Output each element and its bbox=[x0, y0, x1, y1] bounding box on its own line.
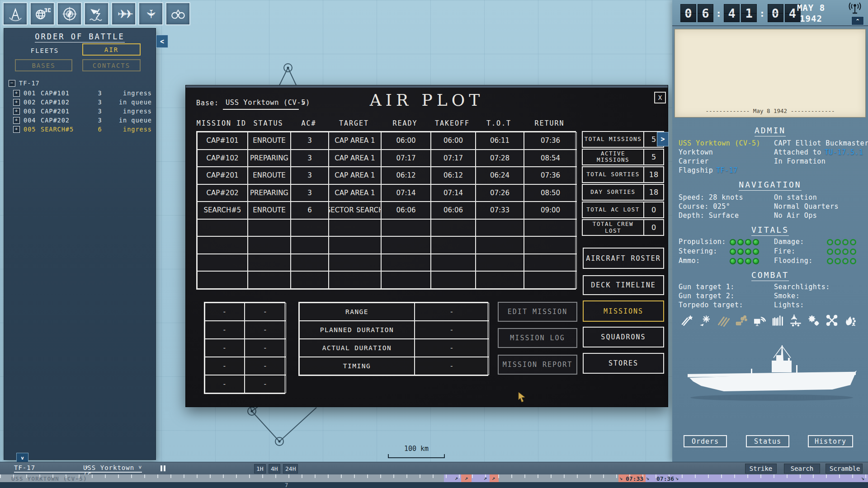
damage-pips bbox=[827, 238, 856, 246]
oob-mission-row[interactable]: + 003 CAP#201 3 ingress bbox=[13, 107, 152, 115]
landing-mark-icon: ↘ bbox=[675, 475, 679, 481]
timescale-1h-button[interactable]: 1H bbox=[254, 464, 266, 474]
close-button[interactable]: X bbox=[654, 92, 666, 103]
timeline-hour-bar: 7 bbox=[0, 482, 868, 488]
aircraft-profiles-button[interactable]: ✈ bbox=[138, 2, 163, 25]
tab-air[interactable]: AIR bbox=[82, 43, 141, 56]
edit-mission-button[interactable]: EDIT MISSION bbox=[498, 302, 577, 322]
takeoff-mark-icon: ↗ bbox=[492, 475, 495, 481]
message-paper[interactable]: ------------- May 8 1942 ------------- bbox=[675, 29, 866, 117]
ship-name[interactable]: USS Yorktown (CV-5) bbox=[679, 139, 760, 147]
orders-button[interactable]: Orders bbox=[684, 435, 727, 447]
pause-button[interactable] bbox=[160, 465, 165, 471]
expand-node-icon[interactable]: + bbox=[13, 126, 20, 133]
globe-3d-button[interactable]: 3D bbox=[30, 2, 55, 25]
expand-node-icon[interactable]: + bbox=[13, 90, 20, 97]
mission-totals: TOTAL MISSIONS 5 ACTIVE MISSIONS 5 TOTAL… bbox=[582, 131, 664, 237]
total-crew-lost: TOTAL CREW LOST 0 bbox=[582, 219, 664, 236]
oob-mission-row[interactable]: + 001 CAP#101 3 ingress bbox=[13, 89, 152, 97]
deck-timeline-strip[interactable]: USS YORKTOWN (CV-5) ↗ ↗ ↗ ↗ ↘ 07:33 ↘ 07… bbox=[0, 474, 868, 482]
attached-row: Attached toTU-17.5.1 bbox=[774, 148, 863, 156]
radar-scope-icon bbox=[61, 6, 78, 22]
gun-target-2: Gun target 2: bbox=[679, 292, 735, 300]
tab-bases[interactable]: BASES bbox=[15, 59, 72, 71]
recovery-time-1: 07:33 bbox=[626, 475, 643, 482]
radio-signal-icon[interactable] bbox=[848, 2, 862, 15]
history-button[interactable]: History bbox=[808, 435, 853, 447]
speed-value: Speed: 28 knots bbox=[679, 193, 743, 202]
squadrons-button[interactable]: SQUADRONS bbox=[583, 327, 664, 347]
oob-group-row[interactable]: − TF-17 bbox=[9, 79, 152, 87]
base-select-underline bbox=[223, 109, 299, 110]
oob-mission-row[interactable]: + 004 CAP#202 3 in queue bbox=[13, 116, 152, 124]
propulsion-row: Propulsion: bbox=[679, 238, 726, 246]
radar-icon[interactable] bbox=[752, 313, 767, 328]
search-button[interactable]: Search bbox=[784, 464, 820, 474]
flak-burst-icon[interactable] bbox=[698, 313, 712, 328]
table-row[interactable]: SEARCH#5 bbox=[197, 202, 248, 219]
timescale-24h-button[interactable]: 24H bbox=[283, 464, 298, 474]
oob-mission-row[interactable]: + 002 CAP#102 3 in queue bbox=[13, 98, 152, 106]
ship-strike-button[interactable] bbox=[84, 2, 109, 25]
air-combat-button[interactable]: ✈✈ bbox=[111, 2, 136, 25]
collapse-node-icon[interactable]: − bbox=[9, 80, 15, 87]
selection-detail-table: - - - - - - - - - - bbox=[204, 302, 285, 394]
chevron-down-icon: v bbox=[138, 464, 142, 472]
torpedo-salvo-icon[interactable] bbox=[716, 313, 731, 328]
expand-panel-button[interactable]: > bbox=[657, 132, 669, 146]
tab-contacts[interactable]: CONTACTS bbox=[82, 59, 141, 71]
task-force-select[interactable]: TF-17 v bbox=[14, 464, 89, 473]
flight-ops-icon[interactable] bbox=[788, 313, 803, 328]
aircraft-roster-button[interactable]: AIRCRAFT ROSTER bbox=[583, 248, 664, 269]
collapse-bottom-button[interactable]: v bbox=[16, 453, 28, 463]
mission-log-button[interactable]: MISSION LOG bbox=[498, 328, 577, 348]
actual-duration-label: ACTUAL DURATION bbox=[299, 339, 415, 357]
drafting-compass-button[interactable] bbox=[3, 2, 28, 25]
mouse-cursor bbox=[518, 392, 527, 402]
deck-timeline-button[interactable]: DECK TIMELINE bbox=[583, 275, 664, 295]
drafting-compass-icon bbox=[7, 6, 24, 22]
hour-label: 7 bbox=[285, 482, 288, 488]
base-select[interactable]: USS Yorktown (CV-5) bbox=[226, 99, 310, 107]
gun-strike-icon[interactable] bbox=[679, 313, 694, 328]
repair-icon[interactable] bbox=[824, 313, 839, 328]
table-row[interactable]: CAP#202 bbox=[197, 184, 248, 202]
stores-button[interactable]: STORES bbox=[583, 353, 664, 374]
radar-scope-button[interactable] bbox=[57, 2, 82, 25]
expand-node-icon[interactable]: + bbox=[13, 99, 20, 106]
mission-table-header: MISSION ID STATUS AC# TARGET READY TAKEO… bbox=[196, 118, 576, 129]
ship-select[interactable]: USS Yorktown (C v bbox=[83, 464, 142, 473]
admin-title: ADMIN bbox=[672, 126, 868, 135]
timeline-ticks bbox=[0, 474, 868, 478]
timing-label: TIMING bbox=[299, 357, 415, 375]
oob-mission-row-selected[interactable]: + 005 SEARCH#5 6 ingress bbox=[13, 125, 152, 133]
table-row[interactable]: CAP#102 bbox=[197, 150, 248, 167]
mission-report-button[interactable]: MISSION REPORT bbox=[498, 355, 577, 375]
total-missions: TOTAL MISSIONS 5 bbox=[582, 131, 664, 148]
planned-duration-value: - bbox=[415, 321, 489, 339]
status-button[interactable]: Status bbox=[746, 435, 789, 447]
damage-control-icon[interactable] bbox=[842, 313, 857, 328]
chevron-down-icon[interactable]: v bbox=[302, 99, 305, 106]
ammunition-icon[interactable] bbox=[770, 313, 785, 328]
scramble-button[interactable]: Scramble bbox=[826, 464, 863, 474]
tf-link[interactable]: TF-17 bbox=[716, 166, 738, 174]
smoke-screen-icon[interactable] bbox=[734, 313, 749, 328]
binoculars-button[interactable] bbox=[165, 2, 190, 25]
landing-mark-icon: ↘ bbox=[619, 475, 623, 481]
depth-value: Depth: Surface bbox=[679, 211, 739, 220]
engineering-icon[interactable] bbox=[806, 313, 821, 328]
chevron-up-button[interactable]: ^ bbox=[851, 16, 864, 25]
timescale-4h-button[interactable]: 4H bbox=[269, 464, 280, 474]
expand-node-icon[interactable]: + bbox=[13, 108, 20, 115]
collapse-oob-button[interactable]: < bbox=[156, 35, 168, 48]
table-row[interactable]: CAP#201 bbox=[197, 167, 248, 184]
combat-icon-row bbox=[679, 313, 857, 328]
strike-button[interactable]: Strike bbox=[745, 464, 777, 474]
landing-mark-icon: ↘ bbox=[861, 475, 864, 481]
tu-link[interactable]: TU-17.5.1 bbox=[825, 148, 863, 156]
expand-node-icon[interactable]: + bbox=[13, 117, 20, 124]
tab-fleets[interactable]: FLEETS bbox=[18, 44, 72, 56]
missions-button[interactable]: MISSIONS bbox=[583, 300, 664, 322]
table-row[interactable]: CAP#101 bbox=[197, 132, 248, 150]
